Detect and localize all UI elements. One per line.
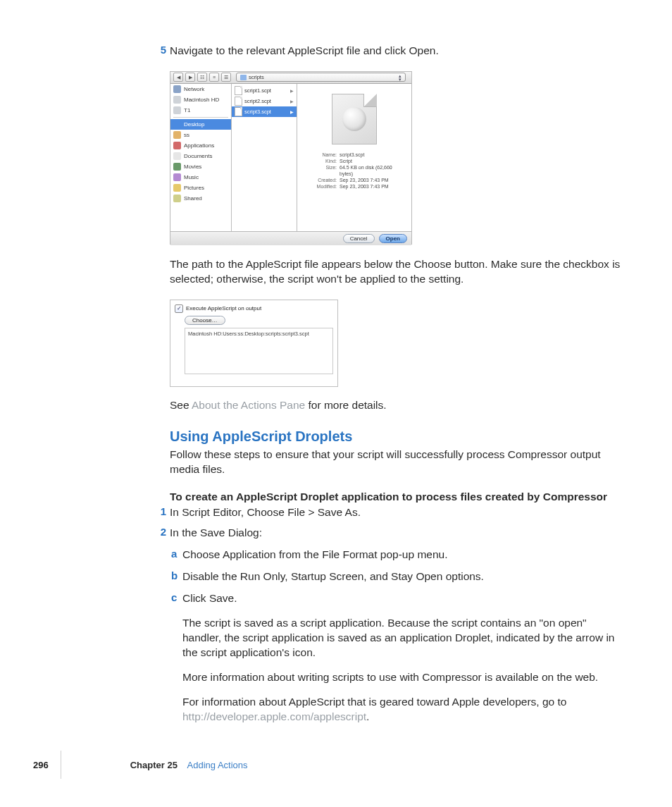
sidebar-icon (173, 121, 181, 128)
sidebar-icon (173, 163, 181, 171)
meta-value: Script (340, 158, 406, 164)
sidebar-label: Network (184, 86, 204, 92)
meta-value: script3.scpt (340, 152, 406, 158)
choose-button[interactable]: Choose… (185, 316, 225, 325)
sidebar-item-macintosh-hd[interactable]: Macintosh HD (170, 94, 231, 105)
see-line: See About the Actions Pane for more deta… (170, 398, 621, 413)
sidebar-icon (173, 106, 181, 114)
meta-value: Sep 23, 2003 7:43 PM (340, 183, 406, 190)
heading-using-droplets: Using AppleScript Droplets (170, 429, 621, 445)
meta-row: Kind:Script (303, 158, 406, 164)
sidebar-item-ss[interactable]: ss (170, 130, 231, 140)
sidebar: NetworkMacintosh HDT1 DesktopssApplicati… (170, 84, 232, 231)
sidebar-icon (173, 195, 181, 202)
page-footer: 296 Chapter 25 Adding Actions (33, 760, 632, 770)
substep-c-text: Click Save. (182, 592, 237, 604)
sidebar-label: Macintosh HD (184, 97, 219, 103)
document-icon (235, 107, 242, 116)
sidebar-item-network[interactable]: Network (170, 84, 231, 94)
sidebar-label: Pictures (184, 185, 204, 191)
developer-link[interactable]: http://developer.apple.com/applescript (182, 710, 366, 722)
meta-row: Created:Sep 23, 2003 7:43 PM (303, 177, 406, 183)
file-column: script1.scpt▶script2.scpt▶script3.scpt▶ (232, 84, 297, 231)
sidebar-item-applications[interactable]: Applications (170, 140, 231, 151)
chevron-right-icon: ▶ (290, 88, 294, 93)
script-path-box: Macintosh HD:Users:ss:Desktop:scripts:sc… (185, 328, 333, 374)
view-columns-button[interactable]: ☰ (221, 73, 231, 82)
preview-column: Name:script3.scptKind:ScriptSize:64.5 KB… (297, 84, 411, 231)
substep-a-text: Choose Application from the File Format … (182, 548, 448, 560)
file-name: script2.scpt (244, 98, 271, 104)
sidebar-item-pictures[interactable]: Pictures (170, 183, 231, 193)
sidebar-icon (173, 85, 181, 93)
sidebar-item-t1[interactable]: T1 (170, 105, 231, 116)
sidebar-icon (173, 96, 181, 104)
file-item[interactable]: script1.scpt▶ (232, 85, 297, 96)
meta-key: Size: (303, 164, 340, 177)
meta-key: Kind: (303, 158, 340, 164)
paragraph-developer: For information about AppleScript that i… (182, 695, 621, 725)
sidebar-item-movies[interactable]: Movies (170, 161, 231, 172)
sidebar-icon (173, 184, 181, 192)
about-actions-pane-link[interactable]: About the Actions Pane (192, 399, 305, 411)
step-number-1: 1 (156, 505, 166, 517)
script-file-icon (332, 94, 377, 144)
meta-key: Modified: (303, 183, 340, 190)
step-number-2: 2 (156, 526, 166, 538)
step-5-text: Navigate to the relevant AppleScript fil… (170, 44, 439, 56)
meta-value: Sep 23, 2003 7:43 PM (340, 177, 406, 183)
path-popup-label: scripts (249, 74, 264, 80)
path-popup[interactable]: scripts ▴▾ (236, 73, 406, 82)
open-button[interactable]: Open (379, 234, 407, 243)
meta-row: Size:64.5 KB on disk (62,660 bytes) (303, 164, 406, 177)
file-item[interactable]: script2.scpt▶ (232, 96, 297, 106)
file-item[interactable]: script3.scpt▶ (232, 106, 297, 117)
step-1-text: In Script Editor, Choose File > Save As. (170, 506, 361, 518)
substep-a-letter: a (171, 548, 177, 560)
sidebar-item-music[interactable]: Music (170, 172, 231, 183)
sidebar-label: ss (184, 132, 189, 138)
sidebar-item-documents[interactable]: Documents (170, 151, 231, 161)
step-2-text: In the Save Dialog: (170, 526, 262, 538)
sidebar-label: T1 (184, 107, 190, 113)
sidebar-label: Movies (184, 164, 201, 170)
paragraph-saved: The script is saved as a script applicat… (182, 616, 621, 660)
sidebar-label: Music (184, 174, 199, 180)
chevron-right-icon: ▶ (290, 109, 294, 114)
bold-intro: To create an AppleScript Droplet applica… (170, 490, 621, 505)
meta-key: Created: (303, 177, 340, 183)
file-name: script1.scpt (244, 87, 271, 94)
chevron-right-icon: ▶ (290, 99, 294, 104)
cancel-button[interactable]: Cancel (343, 234, 375, 243)
sidebar-label: Shared (184, 195, 202, 202)
meta-key: Name: (303, 152, 340, 158)
sidebar-icon (173, 173, 181, 181)
paragraph-after-dialog: The path to the AppleScript file appears… (170, 257, 621, 287)
sidebar-item-shared[interactable]: Shared (170, 193, 231, 204)
meta-row: Modified:Sep 23, 2003 7:43 PM (303, 183, 406, 190)
page-number: 296 (33, 760, 49, 770)
back-button[interactable]: ◀ (173, 73, 183, 82)
sidebar-label: Desktop (184, 121, 204, 128)
chapter-title: Adding Actions (187, 760, 248, 770)
execute-checkbox[interactable]: ✓ (175, 304, 183, 313)
file-name: script3.scpt (244, 109, 271, 115)
meta-value: 64.5 KB on disk (62,660 bytes) (340, 164, 406, 177)
view-icons-button[interactable]: ☷ (197, 73, 207, 82)
execute-checkbox-label: Execute AppleScript on output (186, 305, 261, 312)
popup-arrows-icon: ▴▾ (399, 74, 402, 81)
document-icon (235, 97, 242, 106)
substep-b-letter: b (171, 569, 178, 581)
actions-pane-screenshot: ✓ Execute AppleScript on output Choose… … (170, 300, 338, 387)
sidebar-icon (173, 152, 181, 160)
sidebar-icon (173, 131, 181, 139)
substep-c-letter: c (171, 591, 177, 603)
document-icon (235, 86, 242, 95)
substep-b-text: Disable the Run Only, Startup Screen, an… (182, 570, 484, 582)
sidebar-label: Documents (184, 153, 212, 159)
sidebar-item-desktop[interactable]: Desktop (170, 119, 231, 130)
meta-row: Name:script3.scpt (303, 152, 406, 158)
forward-button[interactable]: ▶ (185, 73, 195, 82)
view-list-button[interactable]: ≡ (209, 73, 219, 82)
paragraph-more-info: More information about writing scripts t… (182, 670, 621, 685)
